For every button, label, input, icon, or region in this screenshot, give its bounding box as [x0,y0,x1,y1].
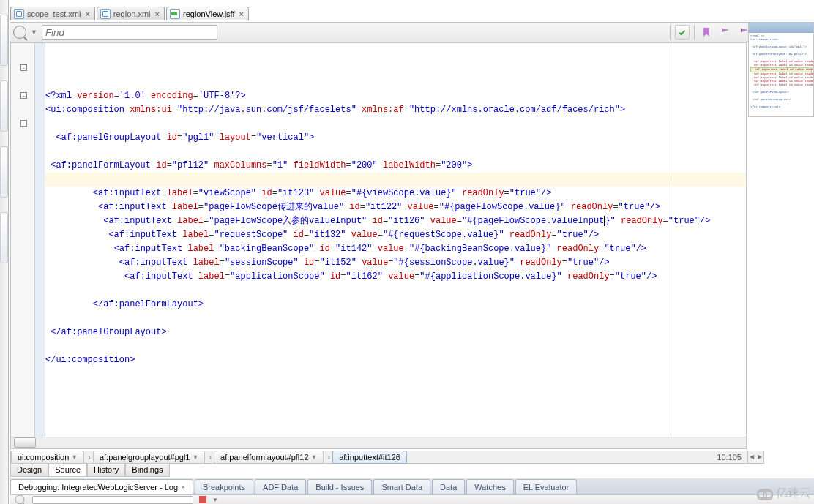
code-line[interactable]: </af:panelGroupLayout> [45,326,746,339]
horizontal-scrollbar[interactable] [11,437,746,448]
stop-icon[interactable] [199,496,206,503]
log-find-input[interactable] [32,496,193,504]
code-line[interactable]: <af:inputText label="backingBeanScope" i… [45,242,746,256]
debug-tab-label: Build - Issues [315,483,364,492]
debug-panel-tab[interactable]: Debugging: IntegratedWebLogicServer - Lo… [10,479,193,494]
fold-toggle[interactable]: - [20,120,27,127]
close-icon[interactable]: × [154,10,161,18]
code-line[interactable] [45,284,746,298]
code-line[interactable]: <ui:composition xmlns:ui="http://java.su… [45,103,746,117]
watermark-icon [757,489,773,499]
side-panel-item[interactable] [0,146,8,198]
code-line[interactable]: <af:inputText label="viewScope" id="it12… [45,187,746,200]
breadcrumb-separator: › [206,453,214,462]
code-gutter[interactable]: --- [11,43,35,448]
close-icon[interactable]: × [238,10,245,18]
find-input[interactable] [42,25,217,40]
code-line[interactable] [45,117,746,131]
breadcrumb-item[interactable]: ui:composition▼ [11,451,84,464]
code-line[interactable] [45,173,746,187]
file-tab-label: regionView.jsff [183,10,235,18]
code-line[interactable]: <af:panelFormLayout id="pfl12" maxColumn… [45,159,746,173]
breadcrumb-item[interactable]: af:panelformlayout#pfl12▼ [214,451,324,464]
search-options-dropdown[interactable]: ▼ [31,29,37,36]
scroll-right-icon[interactable]: ▶ [758,454,762,460]
view-tab[interactable]: Bindings [125,464,169,477]
actions-dropdown[interactable]: ▼ [212,497,218,503]
code-line[interactable] [45,339,746,353]
check-icon [679,29,685,35]
debug-tab-label: Smart Data [381,483,422,492]
breadcrumb-label: ui:composition [18,453,69,462]
file-tab[interactable]: regionView.jsff× [166,7,249,20]
debug-panel-tab[interactable]: Breakpoints [195,479,253,494]
debug-panel-tab[interactable]: Data [432,479,465,494]
file-tab-label: scope_test.xml [27,10,81,18]
breadcrumb-label: af:inputtext#it126 [339,453,400,462]
breadcrumb-separator: › [325,453,332,462]
code-line[interactable]: <af:panelGroupLayout id="pgl1" layout="v… [45,131,746,145]
file-tab-label: region.xml [113,10,151,18]
debug-tab-label: Debugging: IntegratedWebLogicServer - Lo… [18,483,178,492]
debug-panel-tabs: Debugging: IntegratedWebLogicServer - Lo… [10,478,814,494]
chevron-down-icon[interactable]: ▼ [192,454,198,461]
scrollbar-thumb[interactable] [14,437,36,448]
code-line[interactable]: </af:panelFormLayout> [45,298,746,312]
debug-panel-tab[interactable]: EL Evaluator [515,479,578,494]
code-line[interactable]: <?xml version='1.0' encoding='UTF-8'?> [45,89,746,103]
file-tab[interactable]: scope_test.xml× [10,7,95,20]
code-area[interactable]: <?xml version='1.0' encoding='UTF-8'?><u… [45,43,746,448]
debug-panel-tab[interactable]: Build - Issues [307,479,372,494]
prev-bookmark-button[interactable] [718,25,733,40]
file-tab[interactable]: region.xml× [97,7,165,20]
watermark-text: 亿速云 [776,486,811,501]
code-line[interactable]: </ui:composition> [45,353,746,367]
code-line[interactable] [45,145,746,159]
view-tab[interactable]: Source [48,464,87,477]
chevron-down-icon[interactable]: ▼ [71,454,78,461]
debug-panel-tab[interactable]: Watches [466,479,513,494]
log-toolbar: ▼ [10,494,814,504]
debug-panel-tab[interactable]: ADF Data [255,479,306,494]
validate-button[interactable] [675,25,690,40]
code-line[interactable]: <af:inputText label="requestScope" id="i… [45,228,746,242]
watermark: 亿速云 [757,486,811,501]
breadcrumb-label: af:panelgrouplayout#pgl1 [100,453,190,462]
file-tab-bar: scope_test.xml×region.xml×regionView.jsf… [10,6,814,20]
view-tab[interactable]: History [87,464,125,477]
debug-tab-label: Watches [474,483,505,492]
fold-toggle[interactable]: - [20,92,27,99]
scroll-left-icon[interactable]: ◀ [750,454,754,460]
view-tab[interactable]: Design [10,464,48,477]
breadcrumb-label: af:panelformlayout#pfl12 [220,453,308,462]
code-line[interactable]: <af:inputText label="pageFlowScope入参的val… [45,214,746,228]
close-icon[interactable]: × [83,10,91,18]
code-editor: --- <?xml version='1.0' encoding='UTF-8'… [10,42,747,449]
fold-toggle[interactable]: - [20,64,27,71]
code-line[interactable]: <af:inputText label="applicationScope" i… [45,270,746,284]
close-icon[interactable]: × [181,484,185,492]
bookmark-icon [703,28,709,37]
collapsed-side-panel[interactable] [0,0,9,504]
search-icon[interactable] [13,26,26,39]
code-overview[interactable]: <?xml ?> <ui:composition> <af:panelGroup… [748,22,814,117]
breadcrumb-separator: › [86,453,93,462]
breadcrumb-item[interactable]: af:panelgrouplayout#pgl1▼ [93,451,205,464]
chevron-down-icon[interactable]: ▼ [311,454,318,461]
overview-header[interactable] [749,23,813,33]
debug-tab-label: EL Evaluator [523,483,570,492]
breadcrumb-scroll: ◀ ▶ [748,451,764,464]
code-line[interactable]: <af:inputText label="pageFlowScope传进来的va… [45,200,746,214]
debug-panel-tab[interactable]: Smart Data [373,479,430,494]
flag-prev-icon [722,29,729,36]
debug-tab-label: Data [440,483,457,492]
side-panel-item[interactable] [0,80,8,132]
code-line[interactable] [45,312,746,326]
breakpoint-margin[interactable] [35,43,45,448]
side-panel-item[interactable] [0,212,8,263]
breadcrumb-item[interactable]: af:inputtext#it126 [332,451,407,464]
bookmark-button[interactable] [699,25,714,40]
search-icon[interactable] [15,495,25,504]
code-line[interactable]: <af:inputText label="sessionScope" id="i… [45,256,746,270]
side-panel-item[interactable] [0,15,8,66]
